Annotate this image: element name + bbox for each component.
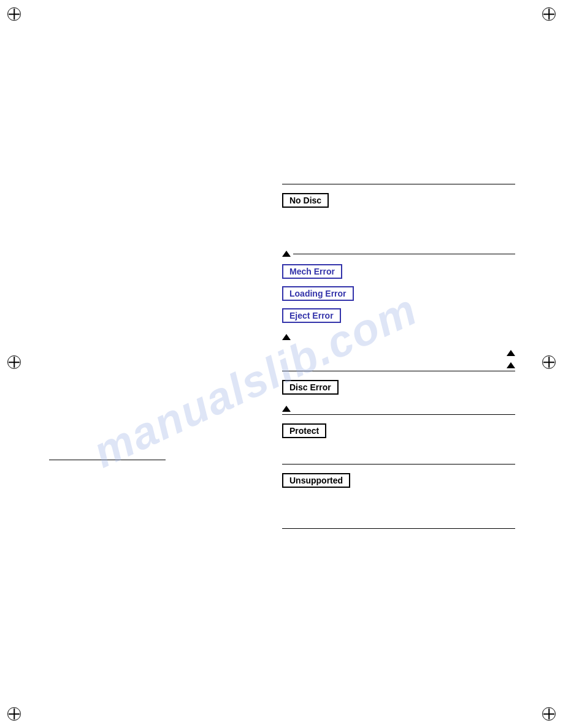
unsupported-label: Unsupported	[282, 473, 350, 488]
unsupported-section: Unsupported	[282, 464, 515, 528]
disc-error-section: Disc Error	[282, 371, 515, 414]
mech-error-label: Mech Error	[282, 264, 342, 279]
content-area: No Disc Mech Error Loading Error Eject E…	[282, 184, 515, 529]
mech-error-section: Mech Error Loading Error Eject Error	[282, 260, 515, 343]
protect-label: Protect	[282, 423, 326, 438]
no-disc-section: No Disc	[282, 184, 515, 248]
loading-error-label: Loading Error	[282, 286, 354, 301]
eject-icon-right-2	[507, 362, 515, 368]
eject-row-disc	[282, 403, 515, 414]
eject-error-label: Eject Error	[282, 308, 341, 323]
reg-mark-mid-left	[7, 355, 21, 369]
reg-mark-top-right	[542, 7, 556, 21]
right-eject-2	[507, 360, 515, 371]
mech-eject-row	[282, 248, 515, 259]
reg-mark-mid-right	[542, 355, 556, 369]
eject-icon-right-1	[507, 350, 515, 356]
eject-icon-mech	[282, 251, 291, 257]
disc-error-label: Disc Error	[282, 380, 339, 395]
left-partial-line	[49, 460, 166, 460]
eject-row-2	[282, 332, 515, 343]
right-eject-1	[507, 347, 515, 358]
protect-section: Protect	[282, 415, 515, 464]
eject-icon-2	[282, 334, 291, 340]
reg-mark-top-left	[7, 7, 21, 21]
reg-mark-bottom-left	[7, 707, 21, 721]
bottom-line	[282, 528, 515, 529]
reg-mark-bottom-right	[542, 707, 556, 721]
eject-icon-disc	[282, 406, 291, 412]
right-eject-area	[282, 344, 515, 368]
no-disc-label: No Disc	[282, 193, 329, 208]
